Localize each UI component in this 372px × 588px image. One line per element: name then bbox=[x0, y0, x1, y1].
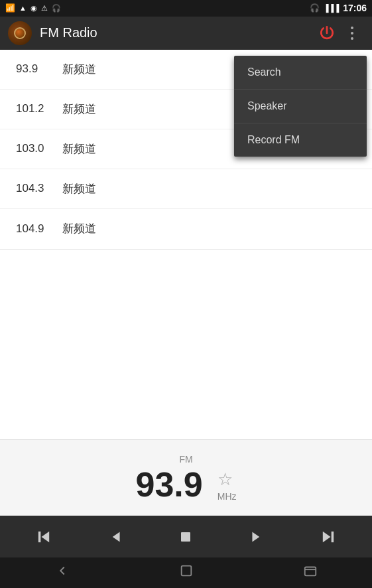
app-logo bbox=[8, 21, 32, 45]
back-icon bbox=[55, 563, 70, 578]
app-header: FM Radio bbox=[0, 17, 372, 50]
next-icon bbox=[249, 528, 266, 546]
player-frequency: 93.9 bbox=[136, 467, 203, 502]
menu-dot-1 bbox=[351, 27, 353, 29]
app-title: FM Radio bbox=[40, 25, 314, 40]
svg-marker-4 bbox=[252, 532, 259, 542]
dropdown-menu: Search Speaker Record FM bbox=[234, 56, 367, 157]
home-icon bbox=[179, 563, 194, 578]
channel-freq-1: 101.2 bbox=[16, 102, 62, 115]
app-logo-inner bbox=[14, 27, 26, 39]
power-icon bbox=[318, 25, 336, 42]
svg-rect-1 bbox=[38, 531, 41, 542]
recents-icon bbox=[303, 563, 318, 578]
channel-name-4: 新频道 bbox=[62, 221, 96, 236]
controls-bar bbox=[0, 516, 372, 557]
app-container: 📶 ▲ ◉ ⚠ 🎧 🎧 ▐▐▐ 17:06 FM Radio bbox=[0, 0, 372, 588]
channel-item-4[interactable]: 104.9 新频道 bbox=[0, 209, 372, 249]
nav-bar bbox=[0, 557, 372, 588]
menu-item-record[interactable]: Record FM bbox=[234, 123, 367, 157]
svg-marker-2 bbox=[113, 532, 120, 542]
prev-prev-button[interactable] bbox=[27, 520, 60, 553]
overflow-menu-button[interactable] bbox=[340, 20, 364, 46]
svg-rect-6 bbox=[332, 531, 334, 542]
warning-icon: ⚠ bbox=[41, 4, 48, 13]
wifi-icon: 📶 bbox=[5, 3, 15, 13]
channel-item-3[interactable]: 104.3 新频道 bbox=[0, 169, 372, 209]
channel-freq-2: 103.0 bbox=[16, 142, 62, 155]
channel-freq-0: 93.9 bbox=[16, 62, 62, 76]
next-button[interactable] bbox=[241, 520, 274, 553]
menu-dot-2 bbox=[351, 32, 353, 35]
channel-name-3: 新频道 bbox=[62, 181, 96, 196]
menu-item-search[interactable]: Search bbox=[234, 56, 367, 90]
svg-rect-3 bbox=[181, 532, 190, 542]
headphone-icon: 🎧 bbox=[310, 3, 320, 13]
location-icon: ◉ bbox=[31, 4, 37, 13]
player-freq-row: 93.9 ☆ MHz bbox=[136, 467, 237, 502]
signal-icon: ▐▐▐ bbox=[324, 4, 339, 12]
svg-rect-7 bbox=[181, 566, 191, 576]
status-bar-left: 📶 ▲ ◉ ⚠ 🎧 bbox=[5, 3, 61, 13]
channel-freq-4: 104.9 bbox=[16, 222, 62, 236]
channel-name-0: 新频道 bbox=[62, 62, 96, 77]
headphone-status-icon: 🎧 bbox=[52, 4, 61, 13]
next-next-button[interactable] bbox=[312, 520, 345, 553]
prev-icon bbox=[106, 528, 123, 546]
home-button[interactable] bbox=[166, 558, 207, 587]
player-area: FM 93.9 ☆ MHz bbox=[0, 439, 372, 516]
channel-name-1: 新频道 bbox=[62, 102, 96, 117]
player-fm-label: FM bbox=[179, 454, 192, 465]
stop-button[interactable] bbox=[169, 520, 202, 553]
favorite-star-icon[interactable]: ☆ bbox=[217, 469, 233, 490]
status-bar-right: 🎧 ▐▐▐ 17:06 bbox=[310, 3, 367, 13]
svg-marker-5 bbox=[323, 531, 331, 542]
channel-name-2: 新频道 bbox=[62, 141, 96, 157]
prev-button[interactable] bbox=[98, 520, 131, 553]
skip-forward-icon bbox=[319, 528, 338, 546]
power-button[interactable] bbox=[314, 20, 340, 46]
empty-content-area bbox=[0, 250, 372, 439]
svg-rect-8 bbox=[304, 567, 316, 576]
svg-marker-0 bbox=[41, 531, 49, 542]
time-display: 17:06 bbox=[343, 3, 367, 13]
channel-freq-3: 104.3 bbox=[16, 182, 62, 195]
recents-button[interactable] bbox=[290, 558, 331, 587]
back-button[interactable] bbox=[42, 558, 83, 587]
skip-back-icon bbox=[34, 528, 53, 546]
menu-item-speaker[interactable]: Speaker bbox=[234, 90, 367, 123]
status-bar: 📶 ▲ ◉ ⚠ 🎧 🎧 ▐▐▐ 17:06 bbox=[0, 0, 372, 17]
bt-icon: ▲ bbox=[19, 4, 27, 12]
stop-icon bbox=[178, 529, 194, 545]
menu-dot-3 bbox=[351, 37, 353, 40]
player-mhz-label: MHz bbox=[217, 491, 237, 502]
